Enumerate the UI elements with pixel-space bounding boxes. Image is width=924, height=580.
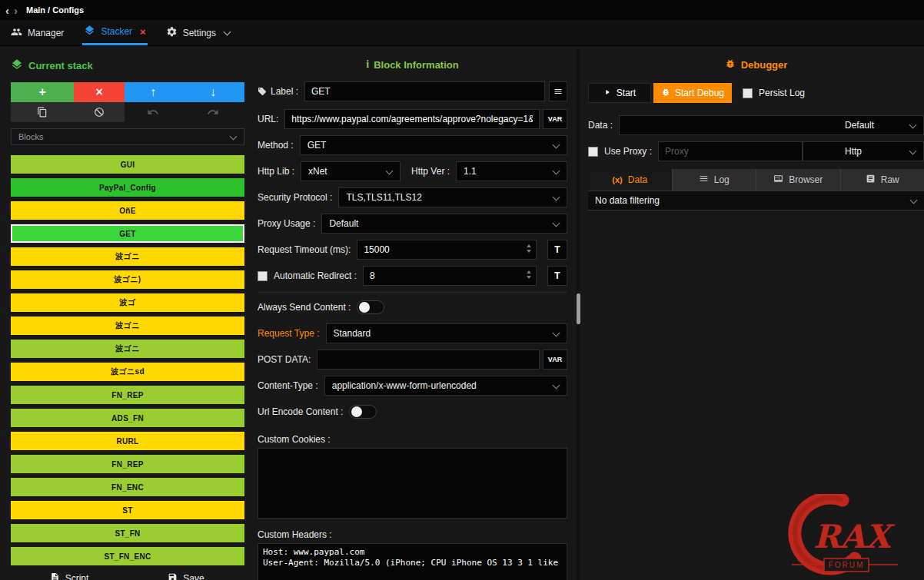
url-encode-toggle[interactable] bbox=[349, 405, 377, 419]
debug-tab-data[interactable]: (x) Data bbox=[588, 169, 673, 191]
chevron-down-icon bbox=[909, 147, 917, 155]
post-data-input[interactable] bbox=[317, 350, 540, 370]
http-ver-dropdown[interactable]: 1.1 bbox=[456, 161, 567, 181]
custom-headers-textarea[interactable]: Host: www.paypal.com User-Agent: Mozilla… bbox=[258, 543, 567, 580]
toggle-knob bbox=[351, 406, 362, 417]
add-block-button[interactable]: + bbox=[11, 82, 74, 102]
disable-block-button[interactable] bbox=[74, 102, 125, 122]
vertical-scrollbar[interactable] bbox=[576, 48, 580, 580]
variables-list-button[interactable] bbox=[549, 81, 567, 101]
url-input[interactable] bbox=[284, 109, 540, 129]
timeout-row: Request Timeout (ms): T bbox=[258, 240, 567, 260]
request-type-dropdown[interactable]: Standard bbox=[326, 323, 568, 343]
timeout-input[interactable] bbox=[357, 240, 537, 260]
block-label: 波ゴニ bbox=[115, 343, 139, 354]
url-encode-caption: Url Encode Content : bbox=[258, 406, 343, 417]
save-icon bbox=[168, 572, 178, 580]
clone-block-button[interactable] bbox=[11, 102, 74, 122]
tab-stacker[interactable]: Stacker × bbox=[82, 20, 147, 45]
blocks-filter-dropdown[interactable]: Blocks bbox=[11, 128, 244, 145]
block-item[interactable]: 波ゴニsd bbox=[11, 363, 244, 381]
logo-caption: FORUM bbox=[829, 561, 865, 569]
data-filter-dropdown[interactable]: No data filtering bbox=[588, 191, 924, 210]
scrollbar-thumb[interactable] bbox=[577, 293, 580, 324]
block-item[interactable]: ST_FN bbox=[11, 524, 244, 542]
block-item[interactable]: 波ゴニ bbox=[11, 247, 244, 266]
block-item[interactable]: FN_REP bbox=[11, 386, 244, 404]
debugger-actions: Start Start Debug Persist Log bbox=[588, 83, 924, 103]
block-item[interactable]: PayPal_Config bbox=[11, 178, 244, 197]
security-dropdown[interactable]: TLS,TLS11,TLS12 bbox=[338, 187, 567, 207]
persist-log-checkbox[interactable] bbox=[743, 88, 753, 98]
persist-log-label: Persist Log bbox=[759, 88, 805, 98]
http-lib-dropdown[interactable]: xNet bbox=[301, 161, 401, 181]
block-item-selected[interactable]: GET bbox=[11, 224, 244, 243]
block-item[interactable]: 波ゴ bbox=[11, 293, 244, 312]
block-item[interactable]: GUI bbox=[11, 155, 244, 174]
use-proxy-caption: Use Proxy : bbox=[604, 146, 652, 157]
debug-data-caption: Data : bbox=[588, 120, 613, 131]
nav-forward-icon[interactable]: › bbox=[12, 4, 20, 17]
debug-tab-browser[interactable]: Browser bbox=[756, 169, 841, 191]
timeout-type-button[interactable]: T bbox=[547, 240, 567, 260]
gear-icon bbox=[166, 26, 178, 40]
http-lib-value: xNet bbox=[308, 166, 327, 177]
use-proxy-checkbox[interactable] bbox=[588, 147, 598, 157]
post-data-var-button[interactable]: VAR bbox=[543, 350, 567, 370]
block-item[interactable]: 波ゴニ bbox=[11, 340, 244, 358]
block-item[interactable]: ST_FN_ENC bbox=[11, 547, 244, 565]
data-filter-label: No data filtering bbox=[595, 195, 660, 206]
post-data-caption: POST DATA: bbox=[258, 354, 311, 365]
block-item[interactable]: ST bbox=[11, 501, 244, 519]
block-item[interactable]: ADS_FN bbox=[11, 409, 244, 427]
debug-data-dropdown[interactable]: Default bbox=[619, 115, 924, 135]
redo-button[interactable] bbox=[181, 102, 244, 122]
content-type-dropdown[interactable]: application/x-www-form-urlencoded bbox=[324, 376, 567, 396]
block-item[interactable]: FN_REP bbox=[11, 455, 244, 473]
script-button[interactable]: Script bbox=[11, 568, 128, 580]
always-send-toggle[interactable] bbox=[357, 300, 384, 314]
proxy-usage-dropdown[interactable]: Default bbox=[321, 214, 567, 234]
url-var-button[interactable]: VAR bbox=[543, 109, 567, 129]
layers-icon bbox=[84, 25, 95, 38]
delete-block-button[interactable]: × bbox=[74, 82, 125, 102]
move-up-button[interactable]: ↑ bbox=[125, 82, 181, 102]
proxy-type-dropdown[interactable]: Http bbox=[803, 141, 924, 161]
start-debug-button[interactable]: Start Debug bbox=[653, 83, 732, 103]
debug-tab-raw[interactable]: Raw bbox=[841, 169, 924, 191]
persist-log-option[interactable]: Persist Log bbox=[743, 88, 805, 98]
save-button[interactable]: Save bbox=[128, 568, 244, 580]
block-item[interactable]: RURL bbox=[11, 432, 244, 450]
undo-button[interactable] bbox=[125, 102, 181, 122]
tab-close-icon[interactable]: × bbox=[140, 26, 146, 38]
block-item[interactable]: OñE bbox=[11, 201, 244, 220]
block-item[interactable]: FN_ENC bbox=[11, 478, 244, 496]
start-button[interactable]: Start bbox=[588, 83, 651, 103]
redirect-input[interactable] bbox=[363, 266, 537, 286]
custom-cookies-textarea[interactable] bbox=[258, 448, 567, 519]
nav-back-icon[interactable]: ‹ bbox=[3, 4, 12, 17]
chevron-down-icon bbox=[909, 121, 917, 129]
debug-tab-log[interactable]: Log bbox=[673, 169, 757, 191]
stepper-arrows-icon[interactable] bbox=[527, 270, 531, 279]
method-dropdown[interactable]: GET bbox=[300, 135, 567, 155]
tag-icon bbox=[258, 87, 267, 96]
redirect-type-button[interactable]: T bbox=[547, 266, 567, 286]
timeout-stepper[interactable] bbox=[357, 240, 537, 260]
automatic-redirect-checkbox[interactable] bbox=[258, 271, 268, 281]
debugger-title: Debugger bbox=[741, 59, 788, 71]
move-down-button[interactable]: ↓ bbox=[181, 82, 244, 102]
custom-cookies-caption: Custom Cookies : bbox=[258, 434, 567, 445]
crax-forum-logo: RAX FORUM bbox=[769, 494, 912, 580]
stepper-arrows-icon[interactable] bbox=[527, 244, 531, 253]
play-icon bbox=[603, 88, 611, 98]
block-item[interactable]: 波ゴニ bbox=[11, 317, 244, 335]
tab-manager[interactable]: Manager bbox=[9, 20, 65, 45]
proxy-input[interactable] bbox=[658, 141, 803, 161]
tab-settings[interactable]: Settings bbox=[165, 20, 231, 45]
block-label: FN_REP bbox=[111, 391, 143, 399]
block-item[interactable]: 波ゴニ) bbox=[11, 270, 244, 289]
proxy-usage-row: Proxy Usage : Default bbox=[258, 214, 567, 234]
redirect-stepper[interactable] bbox=[363, 266, 537, 286]
label-input[interactable] bbox=[304, 81, 545, 101]
